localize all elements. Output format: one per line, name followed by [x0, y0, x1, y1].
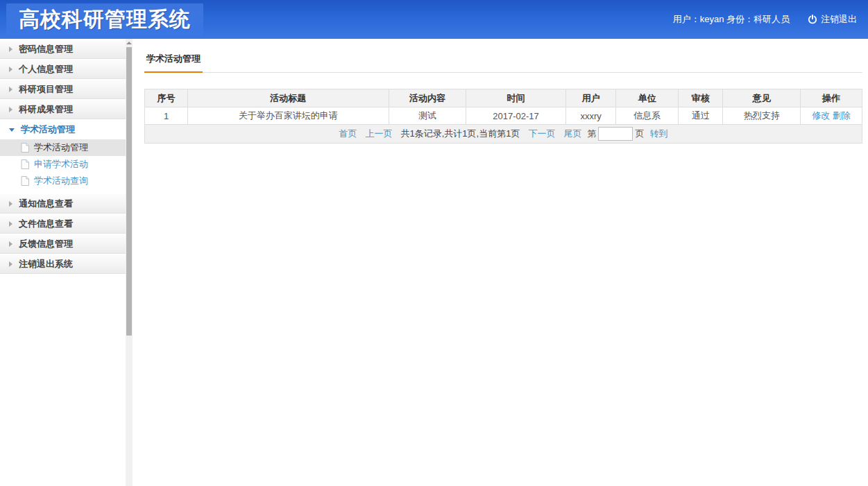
- sidebar-submenu: 学术活动管理 申请学术活动 学术活动查询: [0, 139, 126, 193]
- chevron-right-icon: [9, 46, 12, 52]
- sidebar-item-label: 个人信息管理: [19, 63, 73, 76]
- pagination-prev-link[interactable]: 上一页: [366, 128, 393, 140]
- pagination-first-link[interactable]: 首页: [339, 128, 357, 140]
- cell-actions: 修改 删除: [801, 107, 862, 125]
- scrollbar-thumb[interactable]: [126, 47, 132, 336]
- sidebar-item-label: 学术活动管理: [21, 123, 75, 136]
- chevron-right-icon: [9, 201, 12, 207]
- sidebar-item-academic-activities[interactable]: 学术活动管理: [0, 119, 126, 139]
- pagination: 首页 上一页 共1条记录,共计1页,当前第1页 下一页 尾页 第 页 转到: [145, 127, 862, 141]
- cell-opinion: 热烈支持: [723, 107, 801, 125]
- sidebar-item-label: 密码信息管理: [19, 43, 73, 55]
- chevron-right-icon: [9, 87, 12, 92]
- edit-link[interactable]: 修改: [812, 110, 830, 121]
- cell-content: 测试: [389, 107, 466, 125]
- scrollbar-up-button[interactable]: [126, 39, 133, 47]
- chevron-right-icon: [9, 261, 12, 267]
- col-header-opinion: 意见: [723, 89, 801, 107]
- page-number-input[interactable]: [598, 127, 633, 141]
- chevron-right-icon: [9, 221, 12, 227]
- col-header-title: 活动标题: [188, 89, 389, 107]
- document-icon: [21, 176, 29, 186]
- chevron-right-icon: [9, 67, 12, 72]
- chevron-down-icon: [9, 128, 15, 132]
- tab-bar: 学术活动管理: [144, 53, 862, 73]
- sidebar-item-notices[interactable]: 通知信息查看: [0, 193, 126, 214]
- cell-user: xxxry: [565, 107, 615, 125]
- chevron-right-icon: [9, 107, 12, 112]
- main-content: 学术活动管理 序号 活动标题 活动内容 时间 用户 单位 审核 意见 操作 1: [133, 39, 868, 486]
- cell-time: 2017-02-17: [466, 107, 566, 125]
- col-header-time: 时间: [466, 89, 566, 107]
- sidebar-item-feedback[interactable]: 反馈信息管理: [0, 234, 126, 254]
- sidebar-subitem-apply-activity[interactable]: 申请学术活动: [0, 156, 126, 173]
- sidebar-item-logout-system[interactable]: 注销退出系统: [0, 254, 126, 274]
- sidebar-subitem-label: 申请学术活动: [34, 158, 88, 171]
- cell-review: 通过: [679, 107, 723, 125]
- sidebar-item-password-info[interactable]: 密码信息管理: [0, 39, 126, 59]
- sidebar-item-label: 文件信息查看: [19, 218, 73, 230]
- pagination-row: 首页 上一页 共1条记录,共计1页,当前第1页 下一页 尾页 第 页 转到: [145, 125, 862, 144]
- document-icon: [21, 143, 29, 153]
- logout-label: 注销退出: [821, 13, 857, 26]
- sidebar-scrollbar[interactable]: [126, 39, 133, 486]
- app-header: 高校科研管理系统 用户：keyan 身份：科研人员 注销退出: [0, 0, 868, 39]
- activities-table: 序号 活动标题 活动内容 时间 用户 单位 审核 意见 操作 1 关于举办百家讲…: [144, 89, 862, 144]
- chevron-right-icon: [9, 241, 12, 247]
- pagination-summary: 共1条记录,共计1页,当前第1页: [401, 128, 520, 140]
- col-header-index: 序号: [145, 89, 188, 107]
- logout-button[interactable]: 注销退出: [808, 13, 857, 26]
- document-icon: [21, 159, 29, 169]
- sidebar-item-files[interactable]: 文件信息查看: [0, 214, 126, 234]
- sidebar-subitem-activity-manage[interactable]: 学术活动管理: [0, 139, 126, 156]
- goto-prefix-label: 第: [587, 128, 596, 140]
- sidebar-item-personal-info[interactable]: 个人信息管理: [0, 59, 126, 79]
- power-icon: [808, 15, 817, 24]
- sidebar-item-label: 科研项目管理: [19, 83, 73, 96]
- col-header-unit: 单位: [616, 89, 679, 107]
- logo-box: 高校科研管理系统: [6, 3, 203, 35]
- sidebar-item-research-projects[interactable]: 科研项目管理: [0, 79, 126, 99]
- sidebar-subitem-label: 学术活动查询: [34, 175, 88, 187]
- sidebar-nav: 密码信息管理 个人信息管理 科研项目管理 科研成果管理 学术活动管理 学术活动管…: [0, 39, 126, 486]
- app-title: 高校科研管理系统: [19, 6, 191, 34]
- goto-suffix-label: 页: [635, 128, 644, 140]
- sidebar-subitem-query-activity[interactable]: 学术活动查询: [0, 173, 126, 189]
- col-header-user: 用户: [565, 89, 615, 107]
- col-header-content: 活动内容: [389, 89, 466, 107]
- delete-link[interactable]: 删除: [833, 110, 851, 121]
- table-header-row: 序号 活动标题 活动内容 时间 用户 单位 审核 意见 操作: [145, 89, 862, 107]
- sidebar-item-label: 科研成果管理: [19, 103, 73, 116]
- sidebar-item-label: 反馈信息管理: [19, 238, 73, 250]
- cell-index: 1: [145, 107, 188, 125]
- sidebar-item-label: 通知信息查看: [19, 198, 73, 210]
- cell-unit: 信息系: [616, 107, 679, 125]
- pagination-next-link[interactable]: 下一页: [528, 128, 555, 140]
- sidebar-item-label: 注销退出系统: [19, 258, 73, 270]
- table-row: 1 关于举办百家讲坛的申请 测试 2017-02-17 xxxry 信息系 通过…: [145, 107, 862, 125]
- col-header-actions: 操作: [801, 89, 862, 107]
- goto-button[interactable]: 转到: [649, 128, 667, 140]
- cell-title: 关于举办百家讲坛的申请: [188, 107, 389, 125]
- tab-academic-activity-manage[interactable]: 学术活动管理: [144, 53, 203, 73]
- scroll-up-icon: [126, 42, 132, 44]
- col-header-review: 审核: [679, 89, 723, 107]
- sidebar-item-research-results[interactable]: 科研成果管理: [0, 99, 126, 119]
- sidebar-subitem-label: 学术活动管理: [34, 141, 88, 154]
- user-identity-text: 用户：keyan 身份：科研人员: [673, 13, 790, 26]
- pagination-last-link[interactable]: 尾页: [563, 128, 581, 140]
